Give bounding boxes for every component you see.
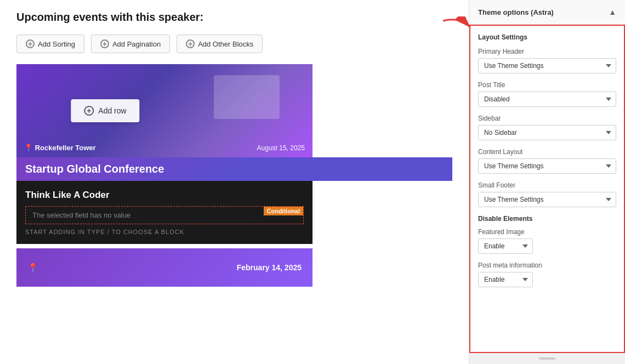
primary-header-label: Primary Header (478, 48, 616, 55)
content-layout-select[interactable]: Use Theme Settings Normal Narrow Full Wi… (478, 158, 616, 174)
sidebar-collapse-button[interactable]: ▲ (609, 8, 616, 16)
event-card-2-footer: START ADDING IN TYPE / TO CHOOSE A BLOCK (25, 229, 304, 235)
event-card-2-title: Think Like A Coder (25, 190, 304, 201)
card-image-placeholder (214, 75, 280, 119)
featured-image-select[interactable]: Enable Disable (478, 238, 533, 254)
toolbar-buttons: + Add Sorting + Add Pagination + Add Oth… (16, 35, 452, 53)
disable-elements-section: Disable Elements Featured Image Enable D… (478, 215, 616, 287)
card1-overlay: 📍 Rockefeller Tower August 15, 2025 (16, 138, 312, 157)
add-sorting-button[interactable]: + Add Sorting (16, 35, 84, 53)
add-sorting-label: Add Sorting (38, 40, 75, 48)
add-row-icon: + (84, 106, 94, 116)
left-panel: Upcoming events with this speaker: + Add… (0, 0, 469, 364)
featured-image-field: Featured Image Enable Disable (478, 228, 616, 254)
conditional-field: The selected field has no value Conditio… (25, 206, 304, 224)
add-pagination-label: Add Pagination (112, 40, 161, 48)
page-heading: Upcoming events with this speaker: (16, 11, 452, 24)
post-title-label: Post Title (478, 81, 616, 89)
sidebar-header: Theme options (Astra) ▲ (469, 0, 625, 25)
sidebar-content: Layout Settings Primary Header Use Theme… (469, 25, 625, 353)
add-row-button[interactable]: + Add row (71, 99, 139, 122)
small-footer-field: Small Footer Use Theme Settings Enabled … (478, 181, 616, 207)
event-card-1: + Add row 📍 Rockefeller Tower August 15,… (16, 64, 312, 157)
conditional-badge: Conditional (264, 207, 304, 215)
small-footer-label: Small Footer (478, 181, 616, 189)
sidebar-select[interactable]: Use Theme Settings No Sidebar Left Sideb… (478, 125, 616, 140)
layout-settings-label: Layout Settings (478, 33, 616, 41)
post-meta-field: Post meta information Enable Disable (478, 261, 616, 287)
post-meta-select[interactable]: Enable Disable (478, 272, 533, 287)
event-card-2: Think Like A Coder The selected field ha… (16, 181, 312, 244)
event-card-3-date: February 14, 2025 (237, 263, 302, 272)
content-layout-label: Content Layout (478, 148, 616, 156)
add-other-blocks-button[interactable]: + Add Other Blocks (177, 35, 263, 53)
sidebar-field: Sidebar Use Theme Settings No Sidebar Le… (478, 115, 616, 140)
add-pagination-button[interactable]: + Add Pagination (91, 35, 170, 53)
conditional-field-text: The selected field has no value (32, 211, 130, 219)
sidebar-header-title: Theme options (Astra) (478, 8, 554, 16)
event-card-1-title: Startup Global Conference (16, 157, 452, 181)
featured-image-label: Featured Image (478, 228, 616, 236)
primary-header-field: Primary Header Use Theme Settings Enable… (478, 48, 616, 73)
card1-location: 📍 Rockefeller Tower (24, 144, 96, 152)
post-title-select[interactable]: Use Theme Settings Disabled Enabled (478, 92, 616, 107)
add-row-label: Add row (98, 106, 126, 115)
add-other-blocks-icon: + (186, 39, 195, 48)
primary-header-select[interactable]: Use Theme Settings Enabled Disabled (478, 58, 616, 73)
post-title-field: Post Title Use Theme Settings Disabled E… (478, 81, 616, 107)
event-card-3: 📍 February 14, 2025 (16, 248, 312, 287)
small-footer-select[interactable]: Use Theme Settings Enabled Disabled (478, 192, 616, 207)
add-pagination-icon: + (100, 39, 109, 48)
right-sidebar: Theme options (Astra) ▲ Layout Settings … (469, 0, 625, 364)
pin-icon: 📍 (27, 263, 38, 273)
add-sorting-icon: + (26, 39, 35, 48)
card1-date: August 15, 2025 (257, 144, 305, 152)
sidebar-label: Sidebar (478, 115, 616, 122)
sidebar-scrollbar[interactable] (469, 353, 625, 364)
add-other-blocks-label: Add Other Blocks (198, 40, 253, 48)
post-meta-label: Post meta information (478, 261, 616, 269)
content-layout-field: Content Layout Use Theme Settings Normal… (478, 148, 616, 174)
disable-elements-label: Disable Elements (478, 215, 616, 223)
